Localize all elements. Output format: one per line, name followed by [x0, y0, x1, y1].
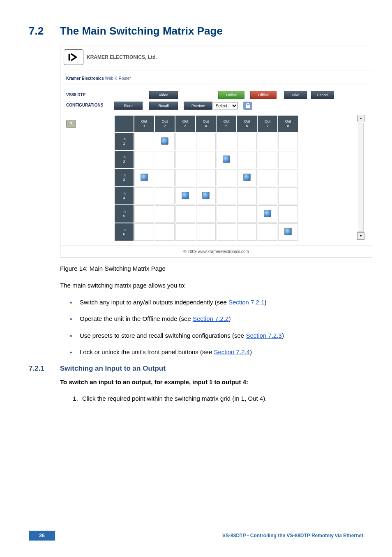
screenshot-footer: © 2009 www.kramerelectronics.com: [60, 246, 372, 257]
breadcrumb-prefix: Kramer Electronics: [66, 76, 104, 81]
matrix-cell[interactable]: [196, 169, 216, 186]
list-item: Use presets to store and recall switchin…: [60, 331, 363, 341]
section-link[interactable]: Section 7.2.2: [193, 315, 229, 322]
matrix-cell[interactable]: [175, 151, 195, 168]
help-button[interactable]: ?: [66, 120, 76, 128]
sidebar-item-product[interactable]: VS88 DTP: [66, 93, 111, 97]
matrix-cell[interactable]: [155, 223, 175, 241]
breadcrumb: Kramer Electronics Web K-Router: [60, 70, 372, 82]
matrix-col-header: Out2: [155, 116, 175, 132]
step-item: Click the required point within the swit…: [80, 394, 363, 404]
matrix-cell[interactable]: [258, 187, 277, 204]
kramer-logo: [64, 49, 83, 65]
matrix-cell[interactable]: [217, 169, 236, 186]
list-item: Switch any input to any/all outputs inde…: [60, 298, 363, 307]
matrix-cell[interactable]: [217, 133, 236, 150]
page-number: 26: [29, 531, 55, 541]
offline-button[interactable]: Offline: [250, 91, 277, 99]
matrix-cell[interactable]: [278, 151, 298, 168]
matrix-cell[interactable]: [175, 205, 195, 223]
feature-bullet-list: Switch any input to any/all outputs inde…: [60, 298, 363, 357]
list-item: Lock or unlock the unit's front panel bu…: [60, 348, 363, 357]
matrix-row-header: In2: [115, 151, 134, 168]
matrix-cell[interactable]: [258, 151, 277, 168]
matrix-cell[interactable]: [134, 133, 154, 150]
cancel-button[interactable]: Cancel: [311, 91, 334, 99]
matrix-cell[interactable]: [155, 187, 175, 204]
matrix-cell[interactable]: [196, 133, 216, 150]
matrix-cell[interactable]: [278, 205, 298, 223]
scroll-up-icon[interactable]: ▴: [357, 115, 364, 122]
matrix-row-header: In6: [115, 223, 134, 241]
matrix-cell[interactable]: [155, 151, 175, 168]
matrix-cell[interactable]: [196, 187, 216, 204]
matrix-cell[interactable]: [217, 223, 236, 241]
matrix-cell[interactable]: [155, 169, 175, 186]
matrix-cell[interactable]: [134, 187, 154, 204]
crosspoint-icon: [223, 155, 230, 163]
matrix-cell[interactable]: [237, 169, 257, 186]
matrix-col-header: Out8: [278, 116, 298, 132]
matrix-cell[interactable]: [278, 187, 298, 204]
switching-matrix: Out1Out2Out3Out4Out5Out6Out7Out8In1In2In…: [114, 115, 299, 241]
subsection-number: 7.2.1: [29, 364, 60, 373]
matrix-cell[interactable]: [175, 223, 195, 241]
matrix-cell[interactable]: [196, 205, 216, 223]
matrix-cell[interactable]: [237, 223, 257, 241]
steps-list: Click the required point within the swit…: [60, 394, 363, 404]
matrix-cell[interactable]: [258, 205, 277, 223]
company-name: KRAMER ELECTRONICS, Ltd.: [87, 54, 157, 60]
matrix-cell[interactable]: [258, 133, 277, 150]
take-button[interactable]: Take: [284, 91, 307, 99]
scroll-down-icon[interactable]: ▾: [357, 232, 364, 240]
matrix-cell[interactable]: [155, 205, 175, 223]
crosspoint-icon: [141, 174, 148, 181]
preview-button[interactable]: Preview: [184, 102, 212, 110]
matrix-cell[interactable]: [175, 187, 195, 204]
preset-select[interactable]: Select...: [214, 102, 238, 109]
online-button[interactable]: Online: [218, 91, 244, 99]
matrix-col-header: Out6: [237, 116, 257, 132]
breadcrumb-suffix: Web K-Router: [104, 76, 131, 81]
matrix-cell[interactable]: [217, 187, 236, 204]
matrix-col-header: Out5: [217, 116, 236, 132]
matrix-cell[interactable]: [258, 223, 277, 241]
sidebar-item-configurations[interactable]: CONFIGURATIONS: [66, 103, 111, 107]
matrix-cell[interactable]: [217, 205, 236, 223]
matrix-col-header: Out1: [134, 116, 154, 132]
matrix-cell[interactable]: [278, 169, 298, 186]
matrix-cell[interactable]: [278, 223, 298, 241]
matrix-cell[interactable]: [134, 205, 154, 223]
screenshot-figure: KRAMER ELECTRONICS, Ltd. Kramer Electron…: [60, 46, 372, 258]
matrix-cell[interactable]: [237, 187, 257, 204]
lock-icon[interactable]: [243, 102, 252, 110]
section-link[interactable]: Section 7.2.1: [228, 299, 265, 306]
matrix-cell[interactable]: [258, 169, 277, 186]
page-footer-title: VS-88DTP - Controlling the VS-88DTP Remo…: [55, 533, 363, 538]
recall-button[interactable]: Recall: [149, 102, 178, 110]
scrollbar-track[interactable]: [358, 123, 364, 232]
matrix-cell[interactable]: [175, 169, 195, 186]
matrix-cell[interactable]: [237, 151, 257, 168]
section-link[interactable]: Section 7.2.4: [214, 348, 250, 355]
matrix-row-header: In5: [115, 205, 134, 223]
matrix-row-header: In4: [115, 187, 134, 204]
matrix-cell[interactable]: [155, 133, 175, 150]
video-button[interactable]: Video: [149, 91, 178, 99]
matrix-cell[interactable]: [134, 223, 154, 241]
matrix-cell[interactable]: [237, 133, 257, 150]
matrix-cell[interactable]: [278, 133, 298, 150]
crosspoint-icon: [243, 174, 251, 181]
matrix-cell[interactable]: [134, 169, 154, 186]
store-button[interactable]: Store: [114, 102, 143, 110]
matrix-cell[interactable]: [196, 151, 216, 168]
matrix-cell[interactable]: [175, 133, 195, 150]
matrix-col-header: Out4: [196, 116, 216, 132]
matrix-cell[interactable]: [196, 223, 216, 241]
matrix-col-header: Out3: [175, 116, 195, 132]
section-link[interactable]: Section 7.2.3: [246, 332, 282, 339]
matrix-cell[interactable]: [134, 151, 154, 168]
matrix-cell[interactable]: [237, 205, 257, 223]
crosspoint-icon: [161, 137, 168, 145]
matrix-cell[interactable]: [217, 151, 236, 168]
